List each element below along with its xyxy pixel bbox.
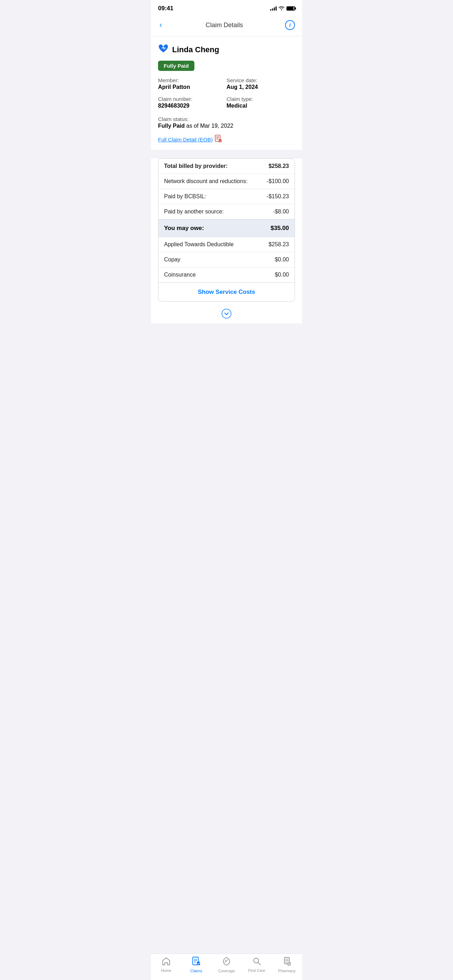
applied-deductible-row: Applied Towards Deductible $258.23 bbox=[158, 237, 295, 252]
chevron-down-icon[interactable] bbox=[158, 307, 295, 323]
member-item: Member: April Patton bbox=[158, 77, 227, 90]
status-bar: 09:41 bbox=[151, 0, 302, 15]
claim-type-value: Medical bbox=[227, 103, 295, 109]
claim-status-row: Claim status: Fully Paid as of Mar 19, 2… bbox=[158, 116, 295, 129]
claim-status-label: Claim status: bbox=[158, 116, 295, 122]
info-button[interactable]: i bbox=[285, 20, 295, 30]
you-owe-row: You may owe: $35.00 bbox=[158, 220, 295, 237]
network-discount-row: Network discount and reductions: -$100.0… bbox=[158, 174, 295, 189]
paid-another-row: Paid by another source: -$8.00 bbox=[158, 204, 295, 220]
total-billed-label: Total billed by provider: bbox=[164, 163, 269, 169]
paid-bcbsil-label: Paid by BCBSIL: bbox=[164, 193, 267, 200]
paid-another-label: Paid by another source: bbox=[164, 208, 273, 215]
health-icon bbox=[158, 43, 168, 56]
paid-another-amount: -$8.00 bbox=[273, 208, 289, 215]
network-discount-label: Network discount and reductions: bbox=[164, 178, 267, 185]
patient-header: Linda Cheng bbox=[158, 43, 295, 56]
coinsurance-row: Coinsurance $0.00 bbox=[158, 267, 295, 283]
svg-rect-3 bbox=[216, 139, 218, 140]
header: ‹ Claim Details i bbox=[151, 15, 302, 37]
service-date-item: Service date: Aug 1, 2024 bbox=[227, 77, 295, 90]
paid-bcbsil-row: Paid by BCBSIL: -$150.23 bbox=[158, 189, 295, 204]
patient-name: Linda Cheng bbox=[172, 45, 219, 54]
network-discount-amount: -$100.00 bbox=[267, 178, 289, 185]
back-button[interactable]: ‹ bbox=[158, 19, 163, 31]
show-service-costs-button[interactable]: Show Service Costs bbox=[158, 283, 295, 301]
status-time: 09:41 bbox=[158, 5, 173, 12]
pdf-icon: PDF bbox=[215, 135, 222, 144]
applied-deductible-amount: $258.23 bbox=[269, 241, 289, 248]
member-value: April Patton bbox=[158, 84, 227, 90]
svg-rect-2 bbox=[216, 138, 219, 138]
you-owe-amount: $35.00 bbox=[270, 225, 289, 232]
claim-type-item: Claim type: Medical bbox=[227, 96, 295, 109]
svg-rect-1 bbox=[216, 137, 219, 137]
claim-status-value: Fully Paid bbox=[158, 123, 185, 129]
paid-bcbsil-amount: -$150.23 bbox=[267, 193, 289, 200]
claim-status-text: Fully Paid as of Mar 19, 2022 bbox=[158, 123, 295, 129]
coinsurance-label: Coinsurance bbox=[164, 272, 275, 278]
section-divider bbox=[151, 150, 302, 153]
copay-label: Copay bbox=[164, 256, 275, 263]
wifi-icon bbox=[279, 6, 285, 11]
cost-card-inner: Total billed by provider: $258.23 Networ… bbox=[158, 158, 295, 302]
patient-section: Linda Cheng Fully Paid Member: April Pat… bbox=[151, 37, 302, 150]
claim-type-label: Claim type: bbox=[227, 96, 295, 102]
member-label: Member: bbox=[158, 77, 227, 83]
claim-number-value: 8294683029 bbox=[158, 103, 227, 109]
page-title: Claim Details bbox=[206, 22, 243, 29]
total-billed-amount: $258.23 bbox=[269, 163, 289, 169]
battery-icon bbox=[286, 6, 295, 11]
copay-amount: $0.00 bbox=[275, 256, 289, 263]
service-date-value: Aug 1, 2024 bbox=[227, 84, 295, 90]
coinsurance-amount: $0.00 bbox=[275, 272, 289, 278]
claim-number-item: Claim number: 8294683029 bbox=[158, 96, 227, 109]
status-icons bbox=[270, 6, 295, 11]
svg-point-6 bbox=[222, 309, 231, 318]
claim-number-label: Claim number: bbox=[158, 96, 227, 102]
total-billed-row: Total billed by provider: $258.23 bbox=[158, 159, 295, 174]
signal-icon bbox=[270, 6, 277, 11]
eob-link[interactable]: Full Claim Detail (EOB) PDF bbox=[158, 135, 295, 144]
eob-link-text: Full Claim Detail (EOB) bbox=[158, 137, 213, 143]
applied-deductible-label: Applied Towards Deductible bbox=[164, 241, 269, 248]
claim-details-grid: Member: April Patton Service date: Aug 1… bbox=[158, 77, 295, 115]
status-badge: Fully Paid bbox=[158, 60, 194, 71]
cost-card: Total billed by provider: $258.23 Networ… bbox=[151, 158, 302, 323]
svg-text:PDF: PDF bbox=[219, 140, 222, 142]
copay-row: Copay $0.00 bbox=[158, 252, 295, 267]
you-owe-label: You may owe: bbox=[164, 225, 204, 232]
claim-status-suffix: as of Mar 19, 2022 bbox=[185, 123, 234, 129]
service-date-label: Service date: bbox=[227, 77, 295, 83]
